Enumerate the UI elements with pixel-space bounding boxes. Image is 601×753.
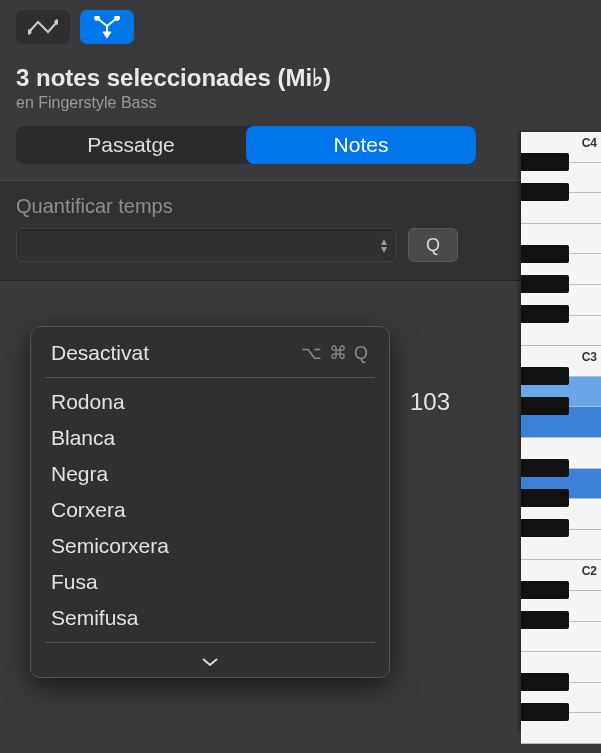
menu-item-corxera[interactable]: Corxera: [31, 492, 389, 528]
menu-item-semicorxera[interactable]: Semicorxera: [31, 528, 389, 564]
piano-black-key[interactable]: [521, 611, 569, 629]
svg-point-4: [115, 16, 120, 21]
menu-separator: [45, 642, 375, 643]
piano-black-key[interactable]: [521, 305, 569, 323]
octave-label-c4: C4: [582, 136, 597, 150]
quantize-section: Quantificar temps ▴▾ Q: [0, 180, 601, 281]
menu-item-blanca[interactable]: Blanca: [31, 420, 389, 456]
menu-item-fusa[interactable]: Fusa: [31, 564, 389, 600]
value-readout: 103: [410, 388, 450, 416]
toolbar: [0, 0, 601, 48]
piano-black-key[interactable]: [521, 275, 569, 293]
view-mode-segmented: Passatge Notes: [0, 118, 601, 180]
automation-tool-button[interactable]: [16, 10, 70, 44]
menu-item-shortcut: ⌥ ⌘ Q: [301, 342, 369, 364]
segment-notes[interactable]: Notes: [246, 126, 476, 164]
quantize-apply-button[interactable]: Q: [408, 228, 458, 262]
svg-point-0: [28, 30, 31, 34]
merge-tool-button[interactable]: [80, 10, 134, 44]
quantize-label: Quantificar temps: [16, 195, 585, 218]
piano-black-key[interactable]: [521, 245, 569, 263]
piano-black-key[interactable]: [521, 459, 569, 477]
piano-black-key[interactable]: [521, 703, 569, 721]
quantize-menu: Desactivat ⌥ ⌘ Q Rodona Blanca Negra Cor…: [30, 326, 390, 678]
piano-black-key[interactable]: [521, 489, 569, 507]
piano-black-key[interactable]: [521, 183, 569, 201]
piano-black-key[interactable]: [521, 581, 569, 599]
menu-more-chevron[interactable]: [31, 649, 389, 677]
menu-item-label: Semicorxera: [51, 534, 169, 558]
piano-black-key[interactable]: [521, 397, 569, 415]
svg-point-1: [55, 20, 58, 24]
menu-item-label: Negra: [51, 462, 108, 486]
select-chevrons-icon: ▴▾: [381, 237, 387, 253]
menu-item-semifusa[interactable]: Semifusa: [31, 600, 389, 636]
menu-item-label: Corxera: [51, 498, 126, 522]
menu-item-negra[interactable]: Negra: [31, 456, 389, 492]
chevron-down-icon: [201, 657, 219, 667]
automation-curve-icon: [28, 18, 58, 36]
octave-label-c3: C3: [582, 350, 597, 364]
segment-passatge[interactable]: Passatge: [16, 126, 246, 164]
menu-item-label: Desactivat: [51, 341, 149, 365]
menu-separator: [45, 377, 375, 378]
piano-black-key[interactable]: [521, 153, 569, 171]
quantize-select[interactable]: ▴▾: [16, 228, 396, 262]
piano-keyboard[interactable]: C4 C3 C2: [521, 132, 601, 732]
octave-label-c2: C2: [582, 564, 597, 578]
menu-item-label: Rodona: [51, 390, 125, 414]
svg-marker-5: [103, 32, 111, 38]
selection-title: 3 notes seleccionades (Mi♭): [16, 64, 585, 92]
merge-tool-icon: [93, 16, 121, 38]
piano-black-key[interactable]: [521, 519, 569, 537]
menu-item-label: Blanca: [51, 426, 115, 450]
menu-item-rodona[interactable]: Rodona: [31, 384, 389, 420]
menu-item-label: Fusa: [51, 570, 98, 594]
svg-point-3: [95, 16, 100, 21]
piano-black-key[interactable]: [521, 367, 569, 385]
selection-subtitle: en Fingerstyle Bass: [16, 94, 585, 112]
header: 3 notes seleccionades (Mi♭) en Fingersty…: [0, 48, 601, 118]
piano-black-key[interactable]: [521, 673, 569, 691]
menu-item-desactivat[interactable]: Desactivat ⌥ ⌘ Q: [31, 335, 389, 371]
menu-item-label: Semifusa: [51, 606, 139, 630]
